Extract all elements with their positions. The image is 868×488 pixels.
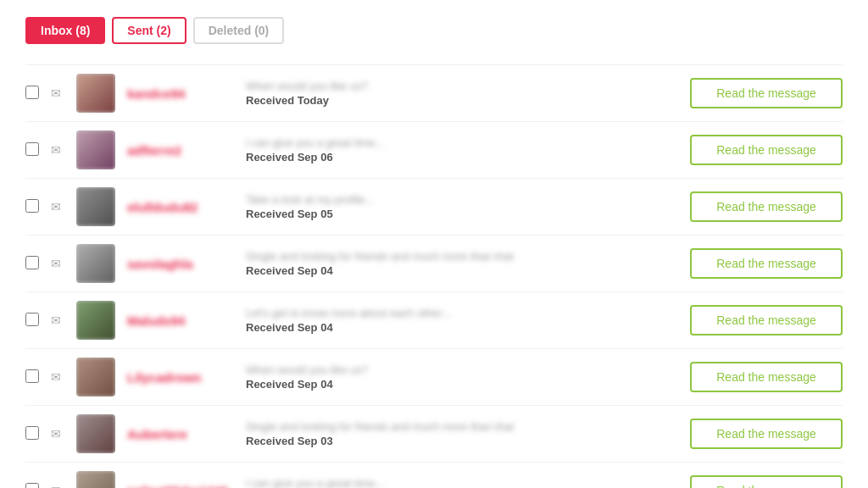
action-col: Read the message [673,135,843,165]
row-checkbox-col [25,256,42,272]
avatar [76,130,115,169]
username[interactable]: elulldudu82 [127,200,198,214]
message-row: ✉ Aubertere Single and looking for frien… [25,406,843,463]
message-preview: Let's get to know more about each other.… [246,307,665,319]
message-preview: When would you like us? [246,80,665,92]
tab-sent[interactable]: Sent (2) [112,17,186,44]
envelope-icon: ✉ [51,313,68,327]
envelope-icon: ✉ [51,143,68,157]
avatar [76,187,115,226]
avatar-col [76,130,119,169]
message-preview: When would you like us? [246,363,665,376]
message-date: Received Sep 04 [246,264,665,277]
username-col: savolaghla [127,257,237,271]
username[interactable]: kandce94 [127,86,185,101]
read-message-button[interactable]: Read the message [690,135,843,165]
tab-bar: Inbox (8) Sent (2) Deleted (0) [25,17,843,44]
envelope-icon: ✉ [51,257,68,270]
row-checkbox-col [25,86,42,102]
action-col: Read the message [673,475,843,488]
message-row: ✉ Lilycadrown When would you like us? Re… [25,349,843,406]
message-row: ✉ elulldudu82 Take a look at my profile.… [25,179,843,236]
messages-list: ✉ kandce94 When would you like us? Recei… [25,64,843,488]
message-date: Received Sep 03 [246,435,665,447]
message-col: When would you like us? Received Today [246,80,665,107]
avatar [76,74,115,113]
message-preview: Take a look at my profile... [246,193,665,206]
avatar [76,301,115,340]
message-col: Take a look at my profile... Received Se… [246,193,665,220]
avatar-col [76,74,119,113]
message-preview: Single and looking for friends and much … [246,250,665,263]
envelope-icon: ✉ [51,484,68,488]
username-col: kandce94 [127,86,237,101]
row-checkbox-col [25,142,42,158]
read-message-button[interactable]: Read the message [690,362,843,392]
message-checkbox[interactable] [25,313,39,326]
message-date: Received Sep 05 [246,208,665,220]
username[interactable]: nafgut8lidsr1346 [127,484,228,489]
username[interactable]: savolaghla [127,257,193,271]
message-checkbox[interactable] [25,369,39,383]
message-col: When would you like us? Received Sep 04 [246,363,665,391]
message-date: Received Sep 04 [246,378,665,391]
avatar-col [76,301,119,340]
tab-inbox[interactable]: Inbox (8) [25,17,105,44]
message-row: ✉ savolaghla Single and looking for frie… [25,236,843,292]
read-message-button[interactable]: Read the message [690,191,843,222]
avatar [76,358,115,396]
message-checkbox[interactable] [25,483,39,489]
username-col: Lilycadrown [127,370,237,385]
message-preview: I can give you a great time... [246,136,665,149]
envelope-icon: ✉ [51,86,68,100]
message-col: Let's get to know more about each other.… [246,307,665,334]
username-col: adfterre2 [127,143,237,158]
envelope-icon: ✉ [51,370,68,384]
message-row: ✉ adfterre2 I can give you a great time.… [25,122,843,179]
action-col: Read the message [673,78,843,108]
username-col: nafgut8lidsr1346 [127,484,237,489]
read-message-button[interactable]: Read the message [690,78,843,108]
message-checkbox[interactable] [25,142,39,156]
message-row: ✉ Maluds94 Let's get to know more about … [25,292,843,349]
message-checkbox[interactable] [25,426,39,440]
action-col: Read the message [673,305,843,336]
username-col: Maluds94 [127,313,237,328]
message-col: Single and looking for friends and much … [246,250,665,277]
row-checkbox-col [25,483,42,489]
message-preview: Single and looking for friends and much … [246,420,665,433]
action-col: Read the message [673,419,843,449]
message-preview: I can give you a great time... [246,477,665,488]
row-checkbox-col [25,313,42,329]
avatar-col [76,471,119,488]
avatar-col [76,414,119,453]
username[interactable]: Lilycadrown [127,370,202,385]
avatar [76,471,115,488]
action-col: Read the message [673,191,843,222]
message-col: I can give you a great time... Received … [246,136,665,164]
message-checkbox[interactable] [25,86,39,99]
read-message-button[interactable]: Read the message [690,305,843,336]
action-col: Read the message [673,248,843,279]
username[interactable]: Maluds94 [127,313,185,328]
action-col: Read the message [673,362,843,392]
read-message-button[interactable]: Read the message [690,419,843,449]
avatar [76,414,115,453]
message-checkbox[interactable] [25,199,39,213]
message-date: Received Today [246,94,665,107]
tab-deleted[interactable]: Deleted (0) [193,17,285,44]
read-message-button[interactable]: Read the message [690,248,843,279]
row-checkbox-col [25,426,42,442]
username[interactable]: adfterre2 [127,143,181,158]
message-date: Received Sep 04 [246,321,665,334]
read-message-button[interactable]: Read the message [690,475,843,488]
message-checkbox[interactable] [25,256,39,269]
message-date: Received Sep 06 [246,151,665,164]
avatar [76,244,115,283]
username-col: elulldudu82 [127,200,237,214]
avatar-col [76,244,119,283]
avatar-col [76,358,119,396]
message-col: Single and looking for friends and much … [246,420,665,447]
username[interactable]: Aubertere [127,427,187,441]
avatar-col [76,187,119,226]
